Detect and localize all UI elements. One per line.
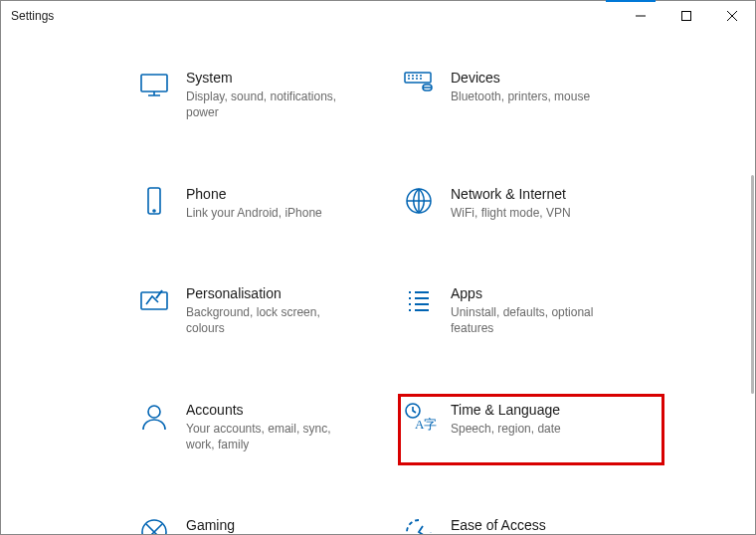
tile-subtitle: Background, lock screen, colours xyxy=(186,304,345,336)
svg-point-5 xyxy=(153,210,155,212)
window-controls xyxy=(618,1,755,31)
tile-title: Apps xyxy=(451,284,656,302)
tile-subtitle: Your accounts, email, sync, work, family xyxy=(186,421,345,452)
tile-title: System xyxy=(186,69,391,87)
tile-title: Gaming xyxy=(186,516,391,534)
tile-ease-of-access[interactable]: Ease of Access xyxy=(399,510,663,534)
svg-rect-7 xyxy=(141,292,167,309)
content-area: System Display, sound, notifications, po… xyxy=(1,31,755,534)
devices-icon xyxy=(403,69,435,100)
svg-text:A字: A字 xyxy=(415,417,437,432)
tile-subtitle: Uninstall, defaults, optional features xyxy=(451,304,610,336)
globe-icon xyxy=(403,185,435,217)
tile-subtitle: Speech, region, date xyxy=(451,421,610,437)
tile-title: Network & Internet xyxy=(451,185,656,203)
tile-title: Accounts xyxy=(186,401,391,419)
minimize-button[interactable] xyxy=(618,1,663,31)
tile-subtitle: Link your Android, iPhone xyxy=(186,205,345,221)
display-icon xyxy=(138,69,170,100)
svg-rect-1 xyxy=(141,75,167,91)
personalisation-icon xyxy=(138,284,170,316)
tile-title: Phone xyxy=(186,185,391,203)
tile-accounts[interactable]: Accounts Your accounts, email, sync, wor… xyxy=(134,395,399,465)
tile-title: Devices xyxy=(451,69,656,87)
tile-personalisation[interactable]: Personalisation Background, lock screen,… xyxy=(134,278,399,349)
tile-gaming[interactable]: Gaming xyxy=(134,510,399,534)
maximize-icon xyxy=(681,11,691,21)
svg-rect-2 xyxy=(405,73,431,83)
settings-window: Settings xyxy=(0,0,756,535)
scrollbar-thumb[interactable] xyxy=(751,175,754,394)
tile-subtitle: WiFi, flight mode, VPN xyxy=(451,205,610,221)
window-title: Settings xyxy=(11,9,54,23)
tile-subtitle: Display, sound, notifications, power xyxy=(186,89,345,120)
svg-point-8 xyxy=(148,406,160,418)
gaming-icon xyxy=(138,516,170,534)
apps-list-icon xyxy=(403,284,435,316)
phone-icon xyxy=(138,185,170,217)
maximize-button[interactable] xyxy=(663,1,709,31)
tile-network-internet[interactable]: Network & Internet WiFi, flight mode, VP… xyxy=(399,179,663,233)
ease-of-access-icon xyxy=(403,516,435,534)
tile-devices[interactable]: Devices Bluetooth, printers, mouse xyxy=(399,63,663,133)
person-icon xyxy=(138,401,170,433)
titlebar: Settings xyxy=(1,1,755,31)
tile-title: Personalisation xyxy=(186,284,391,302)
settings-grid: System Display, sound, notifications, po… xyxy=(134,63,695,534)
close-button[interactable] xyxy=(709,1,755,31)
tile-phone[interactable]: Phone Link your Android, iPhone xyxy=(134,179,399,233)
tile-system[interactable]: System Display, sound, notifications, po… xyxy=(134,63,399,133)
tile-apps[interactable]: Apps Uninstall, defaults, optional featu… xyxy=(399,278,663,349)
tile-time-language[interactable]: A字 Time & Language Speech, region, date xyxy=(399,395,663,465)
tile-title: Time & Language xyxy=(451,401,656,419)
tile-title: Ease of Access xyxy=(451,516,656,534)
time-language-icon: A字 xyxy=(403,401,435,433)
close-icon xyxy=(727,11,737,21)
tile-subtitle: Bluetooth, printers, mouse xyxy=(451,89,610,104)
svg-rect-0 xyxy=(682,12,691,21)
minimize-icon xyxy=(636,11,646,21)
